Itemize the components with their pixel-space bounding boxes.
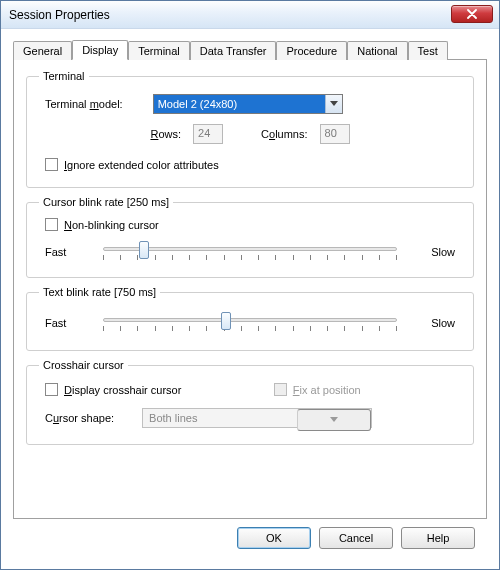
cursor-fast-label: Fast (45, 246, 85, 258)
cursor-slow-label: Slow (415, 246, 455, 258)
ignore-ext-label: Ignore extended color attributes (64, 159, 219, 171)
dialog-window: Session Properties General Display Termi… (0, 0, 500, 570)
tab-procedure[interactable]: Procedure (276, 41, 347, 60)
terminal-model-value: Model 2 (24x80) (154, 95, 325, 113)
nonblink-checkbox[interactable] (45, 218, 58, 231)
close-button[interactable] (451, 5, 493, 23)
fix-at-position-checkbox (274, 383, 287, 396)
columns-field: 80 (320, 124, 350, 144)
titlebar[interactable]: Session Properties (1, 1, 499, 29)
tab-data-transfer[interactable]: Data Transfer (190, 41, 277, 60)
fix-at-position-label: Fix at position (293, 384, 361, 396)
terminal-model-combo[interactable]: Model 2 (24x80) (153, 94, 343, 114)
dialog-footer: OK Cancel Help (13, 519, 487, 559)
tab-terminal[interactable]: Terminal (128, 41, 190, 60)
text-fast-label: Fast (45, 317, 85, 329)
text-slow-label: Slow (415, 317, 455, 329)
terminal-legend: Terminal (39, 70, 89, 82)
cursor-blink-group: Cursor blink rate [250 ms] Non-blinking … (26, 196, 474, 278)
dropdown-button[interactable] (325, 95, 342, 113)
tab-test[interactable]: Test (408, 41, 448, 60)
ok-button[interactable]: OK (237, 527, 311, 549)
tab-strip: General Display Terminal Data Transfer P… (13, 37, 487, 59)
dropdown-button-disabled (297, 409, 371, 431)
slider-ticks (103, 326, 397, 332)
display-crosshair-label: Display crosshair cursor (64, 384, 181, 396)
tab-display[interactable]: Display (72, 40, 128, 60)
text-blink-legend: Text blink rate [750 ms] (39, 286, 160, 298)
client-area: General Display Terminal Data Transfer P… (1, 29, 499, 569)
crosshair-group: Crosshair cursor Display crosshair curso… (26, 359, 474, 445)
columns-label: Columns: (261, 128, 307, 140)
help-button[interactable]: Help (401, 527, 475, 549)
nonblink-label: Non-blinking cursor (64, 219, 159, 231)
terminal-group: Terminal Terminal model: Model 2 (24x80)… (26, 70, 474, 188)
text-blink-group: Text blink rate [750 ms] Fast Slow (26, 286, 474, 351)
cursor-shape-label: Cursor shape: (45, 412, 114, 424)
close-icon (467, 9, 477, 19)
window-title: Session Properties (9, 8, 110, 22)
slider-track (103, 318, 397, 322)
chevron-down-icon (330, 101, 338, 107)
cursor-blink-slider[interactable] (103, 239, 397, 265)
tab-national[interactable]: National (347, 41, 407, 60)
display-crosshair-checkbox[interactable] (45, 383, 58, 396)
chevron-down-icon (330, 417, 338, 423)
rows-label: Rows: (150, 128, 181, 140)
cursor-shape-combo: Both lines (142, 408, 372, 428)
ignore-ext-checkbox[interactable] (45, 158, 58, 171)
display-panel: Terminal Terminal model: Model 2 (24x80)… (13, 59, 487, 519)
crosshair-legend: Crosshair cursor (39, 359, 128, 371)
cursor-blink-legend: Cursor blink rate [250 ms] (39, 196, 173, 208)
slider-thumb[interactable] (221, 312, 231, 330)
slider-thumb[interactable] (139, 241, 149, 259)
text-blink-slider[interactable] (103, 310, 397, 336)
terminal-model-label: Terminal model: (45, 98, 123, 110)
rows-field: 24 (193, 124, 223, 144)
tab-general[interactable]: General (13, 41, 72, 60)
cursor-shape-value: Both lines (143, 409, 297, 427)
cancel-button[interactable]: Cancel (319, 527, 393, 549)
